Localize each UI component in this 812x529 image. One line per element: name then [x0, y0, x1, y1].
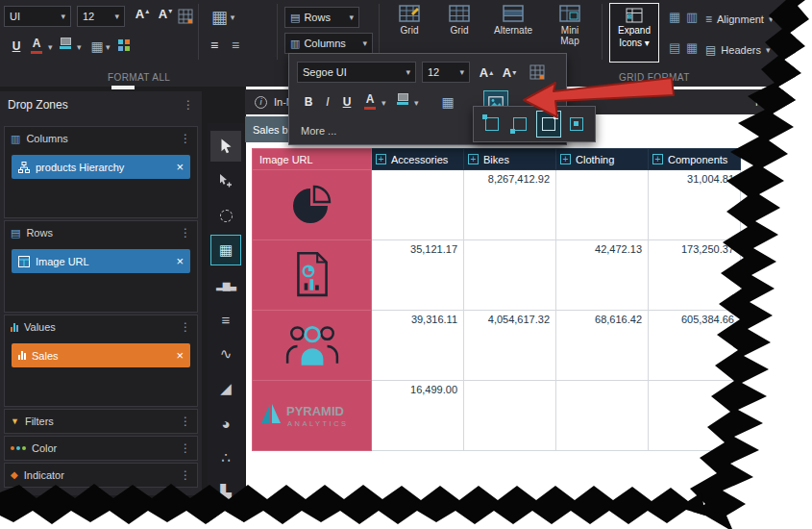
font-size-dropdown[interactable]: 12 ▾ — [77, 6, 125, 27]
popup-font-family-dropdown[interactable]: Segoe UI ▾ — [297, 62, 416, 83]
line-chart-tool[interactable]: ∿ — [210, 339, 241, 369]
borders-button[interactable]: ▦ — [88, 37, 106, 56]
headers-dropdown[interactable]: ▤ Headers ▾ — [705, 43, 770, 57]
treemap-tool[interactable]: ▙ — [210, 477, 241, 508]
grid-style-button[interactable]: Grid — [386, 5, 432, 36]
alignment-dropdown[interactable]: ≡ Alignment ▾ — [705, 13, 773, 26]
kebab-menu-icon[interactable]: ⋮ — [180, 441, 191, 455]
value-cell[interactable]: 16,499.00 — [372, 381, 464, 451]
expand-plus-icon[interactable]: + — [652, 154, 663, 164]
expand-icons-button[interactable]: Expand Icons ▾ — [609, 3, 659, 63]
column-header[interactable]: +Accessories — [372, 149, 464, 170]
value-cell[interactable]: 35,121.17 — [372, 240, 464, 311]
popup-fill-color-button[interactable] — [397, 93, 408, 105]
bar-chart-tool[interactable]: ≡ — [210, 304, 241, 335]
chevron-down-icon[interactable]: ▾ — [106, 43, 111, 52]
align-left-button[interactable]: ≡ — [206, 37, 223, 54]
value-cell[interactable]: 68,616.42 — [556, 311, 649, 381]
pointer-tool[interactable] — [210, 131, 241, 162]
chip-sales[interactable]: Sales × — [12, 343, 190, 367]
map-tool[interactable]: ◍ — [210, 512, 241, 527]
chip-image-url[interactable]: Image URL × — [12, 249, 190, 273]
row-header-image-cell[interactable]: PYRAMID ANALYTICS — [253, 381, 372, 451]
indicator-drop-zone[interactable]: ◆ Indicator ⋮ — [4, 463, 198, 488]
fill-color-button[interactable] — [60, 38, 71, 49]
value-cell[interactable]: 8,267,412.92 — [464, 170, 556, 240]
underline-button[interactable]: U — [339, 92, 355, 112]
value-cell[interactable] — [556, 170, 649, 240]
value-cell[interactable] — [372, 170, 464, 240]
column-header[interactable]: +Bikes — [464, 149, 556, 170]
close-icon[interactable]: × — [176, 254, 184, 268]
value-cell[interactable]: 4,054,617.32 — [464, 311, 556, 381]
value-cell[interactable]: 173,250.37 — [649, 240, 741, 311]
popup-decrease-font-button[interactable]: A▾ — [499, 63, 520, 82]
value-cell[interactable]: 39,316.11 — [372, 311, 464, 381]
popup-format-grid-button[interactable] — [529, 64, 545, 80]
scatter-chart-tool[interactable]: ∴ — [210, 442, 241, 473]
chevron-down-icon[interactable]: ▾ — [414, 99, 419, 108]
expand-icon-option-3-selected[interactable] — [536, 111, 561, 138]
expand-plus-icon[interactable]: + — [468, 154, 479, 164]
font-color-button[interactable]: A — [31, 37, 42, 54]
grid-type-button[interactable]: ▦ ▾ — [206, 6, 240, 29]
corner-header[interactable]: Image URL — [253, 149, 372, 170]
kebab-menu-icon[interactable]: ⋮ — [180, 320, 191, 334]
row-header-image-cell[interactable] — [253, 311, 372, 381]
columns-dropdown[interactable]: ▥ Columns ▾ — [284, 33, 373, 54]
expand-icon-option-1[interactable] — [480, 111, 504, 138]
expand-plus-icon[interactable]: + — [376, 154, 386, 164]
kebab-menu-icon[interactable]: ⋮ — [180, 468, 191, 482]
lasso-tool[interactable] — [210, 200, 241, 231]
value-cell[interactable]: 605,384.66 — [649, 311, 741, 381]
expand-icon-option-2[interactable] — [507, 111, 532, 138]
mini-map-button[interactable]: Mini Map — [546, 5, 594, 46]
chevron-down-icon[interactable]: ▾ — [77, 43, 82, 52]
filters-drop-zone[interactable]: ▼ Filters ⋮ — [4, 409, 198, 434]
expand-icon-option-4[interactable] — [564, 111, 589, 138]
value-cell[interactable] — [556, 381, 649, 451]
pie-chart-tool[interactable]: ◕ — [210, 408, 241, 439]
close-icon[interactable]: × — [176, 348, 184, 363]
grid-option-icon-2[interactable]: ▥ — [686, 10, 698, 24]
grid-visual-tool[interactable]: ▦ — [210, 235, 241, 265]
value-cell[interactable]: 31,004.81 — [649, 170, 741, 240]
row-header-image-cell[interactable] — [253, 170, 372, 240]
conditional-format-button[interactable] — [117, 38, 131, 52]
popup-font-size-dropdown[interactable]: 12 ▾ — [422, 62, 470, 83]
grid-option-icon-4[interactable]: ▦ — [686, 40, 698, 55]
info-icon[interactable]: i — [255, 96, 267, 109]
underline-button[interactable]: U — [8, 37, 25, 56]
row-header-image-cell[interactable] — [253, 240, 372, 311]
kebab-menu-icon[interactable]: ⋮ — [180, 132, 191, 145]
chevron-down-icon[interactable]: ▾ — [381, 99, 386, 108]
popup-borders-button[interactable]: ▦ — [439, 92, 456, 112]
format-grid-colors-button[interactable] — [178, 9, 193, 24]
more-options-link[interactable]: More ... — [301, 125, 336, 137]
rows-dropdown[interactable]: ▤ Rows ▾ — [284, 7, 359, 28]
close-icon[interactable]: × — [176, 160, 184, 174]
kebab-menu-icon[interactable]: ⋮ — [180, 226, 191, 239]
align-center-button[interactable]: ≡ — [227, 37, 244, 54]
popup-font-color-button[interactable]: A — [364, 92, 376, 110]
expand-plus-icon[interactable]: + — [560, 154, 571, 164]
increase-font-button[interactable]: A▴ — [132, 7, 153, 26]
chevron-down-icon[interactable]: ▾ — [48, 43, 53, 52]
alternate-rows-button[interactable]: Alternate — [486, 5, 540, 36]
kebab-menu-icon[interactable]: ⋮ — [183, 98, 194, 112]
grid-plain-button[interactable]: Grid — [436, 5, 482, 36]
column-chart-tool[interactable]: ▂▆▃ — [210, 269, 241, 300]
kebab-menu-icon[interactable]: ⋮ — [180, 415, 191, 428]
area-chart-tool[interactable]: ◢ — [210, 373, 241, 404]
grid-option-icon-3[interactable]: ▤ — [669, 40, 680, 55]
pointer-plus-tool[interactable] — [210, 165, 241, 196]
italic-button[interactable]: I — [322, 92, 333, 112]
value-cell[interactable] — [649, 381, 741, 451]
value-cell[interactable] — [464, 240, 556, 311]
decrease-font-button[interactable]: A▾ — [155, 7, 176, 26]
value-cell[interactable] — [464, 381, 556, 451]
panel-splitter-handle[interactable] — [111, 86, 135, 89]
column-header[interactable]: +Clothing — [556, 149, 649, 170]
value-cell[interactable]: 42,472.13 — [556, 240, 649, 311]
grid-option-icon-1[interactable]: ▦ — [669, 10, 680, 24]
